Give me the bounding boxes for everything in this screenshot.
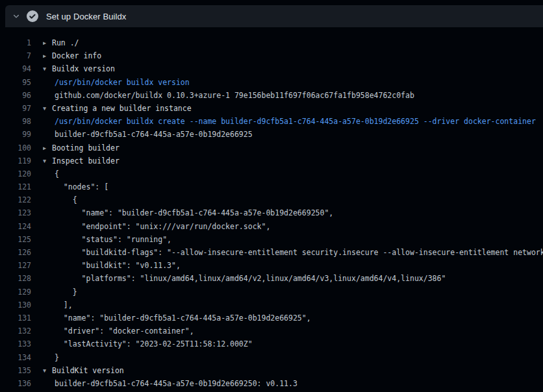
log-line-row: 125 "status": "running", — [0, 233, 543, 246]
log-group-row[interactable]: 100▶Booting builder — [0, 141, 543, 154]
log-output-text: { — [43, 193, 543, 206]
log-line-row: 124 "endpoint": "unix:///var/run/docker.… — [0, 220, 543, 233]
log-output-text: builder-d9cfb5a1-c764-445a-a57e-0b19d2e6… — [43, 377, 543, 390]
log-output-text: } — [43, 351, 543, 364]
line-number[interactable]: 1 — [0, 36, 31, 49]
log-output-text: builder-d9cfb5a1-c764-445a-a57e-0b19d2e6… — [43, 128, 543, 141]
chevron-down-icon[interactable]: ▼ — [43, 102, 52, 115]
log-output-text: } — [43, 286, 543, 299]
log-output-text: "nodes": [ — [43, 180, 543, 193]
line-number[interactable]: 126 — [0, 246, 31, 259]
line-number[interactable]: 94 — [0, 62, 31, 75]
line-number[interactable]: 130 — [0, 299, 31, 312]
log-group-title[interactable]: Inspect builder — [52, 156, 120, 165]
log-line-row: 132 "driver": "docker-container", — [0, 325, 543, 337]
line-number[interactable]: 120 — [0, 167, 31, 180]
log-output-text: "buildkit": "v0.11.3", — [43, 259, 543, 272]
log-output-text: "endpoint": "unix:///var/run/docker.sock… — [43, 220, 543, 233]
log-command-text: /usr/bin/docker buildx version — [43, 76, 543, 89]
log-line-row: 128 "platforms": "linux/amd64,linux/amd6… — [0, 272, 543, 285]
line-number[interactable]: 134 — [0, 351, 31, 364]
line-number[interactable]: 100 — [0, 141, 31, 154]
log-line-row: 127 "buildkit": "v0.11.3", — [0, 259, 543, 272]
log-group-row[interactable]: 7▶Docker info — [0, 49, 543, 62]
chevron-right-icon[interactable]: ▶ — [43, 141, 52, 154]
log-output-text: "driver": "docker-container", — [43, 325, 543, 337]
log-output-text: github.com/docker/buildx 0.10.3+azure-1 … — [43, 89, 543, 102]
chevron-down-icon[interactable]: ▼ — [43, 154, 52, 167]
line-number[interactable]: 136 — [0, 377, 31, 390]
log-group-title[interactable]: Docker info — [52, 51, 101, 60]
line-number[interactable]: 132 — [0, 325, 31, 337]
log-group-title[interactable]: BuildKit version — [52, 366, 124, 375]
log-lines: 1▶Run ./7▶Docker info94▼Buildx version95… — [0, 27, 543, 390]
line-number[interactable]: 135 — [0, 364, 31, 377]
log-line-row: 99builder-d9cfb5a1-c764-445a-a57e-0b19d2… — [0, 128, 543, 141]
log-command-text: /usr/bin/docker buildx create --name bui… — [43, 115, 543, 128]
log-line-row: 126 "buildkitd-flags": "--allow-insecure… — [0, 246, 543, 259]
log-output-text: { — [43, 167, 543, 180]
log-line-row: 95/usr/bin/docker buildx version — [0, 76, 543, 89]
log-line-row: 122 { — [0, 193, 543, 206]
chevron-down-icon[interactable]: ▼ — [43, 62, 52, 75]
log-line-row: 131 "name": "builder-d9cfb5a1-c764-445a-… — [0, 312, 543, 325]
log-group-title[interactable]: Buildx version — [52, 64, 115, 73]
step-title: Set up Docker Buildx — [46, 12, 126, 21]
line-number[interactable]: 99 — [0, 128, 31, 141]
line-number[interactable]: 131 — [0, 312, 31, 325]
log-line-row: 130 ], — [0, 299, 543, 312]
line-number[interactable]: 121 — [0, 180, 31, 193]
log-line-row: 129 } — [0, 286, 543, 299]
line-number[interactable]: 95 — [0, 76, 31, 89]
success-check-icon — [27, 10, 38, 22]
chevron-right-icon[interactable]: ▶ — [43, 49, 52, 62]
line-number[interactable]: 133 — [0, 337, 31, 350]
line-number[interactable]: 124 — [0, 220, 31, 233]
log-output-text: ], — [43, 299, 543, 312]
log-group-row[interactable]: 94▼Buildx version — [0, 62, 543, 75]
line-number[interactable]: 129 — [0, 286, 31, 299]
log-line-row: 123 "name": "builder-d9cfb5a1-c764-445a-… — [0, 206, 543, 219]
log-line-row: 136builder-d9cfb5a1-c764-445a-a57e-0b19d… — [0, 377, 543, 390]
line-number[interactable]: 122 — [0, 193, 31, 206]
log-group-row[interactable]: 135▼BuildKit version — [0, 364, 543, 377]
log-group-title[interactable]: Run ./ — [52, 38, 79, 47]
log-output-text: "buildkitd-flags": "--allow-insecure-ent… — [43, 246, 543, 259]
line-number[interactable]: 96 — [0, 89, 31, 102]
log-group-title[interactable]: Creating a new builder instance — [52, 104, 192, 113]
line-number[interactable]: 128 — [0, 272, 31, 285]
log-line-row: 98/usr/bin/docker buildx create --name b… — [0, 115, 543, 128]
line-number[interactable]: 125 — [0, 233, 31, 246]
line-number[interactable]: 119 — [0, 154, 31, 167]
step-header[interactable]: Set up Docker Buildx — [5, 5, 543, 27]
log-group-row[interactable]: 119▼Inspect builder — [0, 154, 543, 167]
chevron-right-icon[interactable]: ▶ — [43, 36, 52, 49]
line-number[interactable]: 7 — [0, 49, 31, 62]
log-line-row: 133 "lastActivity": "2023-02-25T11:58:12… — [0, 337, 543, 350]
line-number[interactable]: 127 — [0, 259, 31, 272]
log-group-row[interactable]: 97▼Creating a new builder instance — [0, 102, 543, 115]
log-output-text: "status": "running", — [43, 233, 543, 246]
log-output-text: "platforms": "linux/amd64,linux/amd64/v2… — [43, 272, 543, 285]
log-group-title[interactable]: Booting builder — [52, 143, 120, 153]
actions-log-panel: Set up Docker Buildx 1▶Run ./7▶Docker in… — [0, 5, 543, 390]
log-output-text: "lastActivity": "2023-02-25T11:58:12.000… — [43, 337, 543, 350]
log-output-text: "name": "builder-d9cfb5a1-c764-445a-a57e… — [43, 312, 543, 325]
line-number[interactable]: 97 — [0, 102, 31, 115]
log-line-row: 96github.com/docker/buildx 0.10.3+azure-… — [0, 89, 543, 102]
log-line-row: 134} — [0, 351, 543, 364]
line-number[interactable]: 98 — [0, 115, 31, 128]
log-group-row[interactable]: 1▶Run ./ — [0, 36, 543, 49]
chevron-down-icon[interactable] — [12, 12, 21, 21]
line-number[interactable]: 123 — [0, 206, 31, 219]
chevron-down-icon[interactable]: ▼ — [43, 364, 52, 377]
log-output-text: "name": "builder-d9cfb5a1-c764-445a-a57e… — [43, 206, 543, 219]
log-line-row: 120{ — [0, 167, 543, 180]
log-line-row: 121 "nodes": [ — [0, 180, 543, 193]
